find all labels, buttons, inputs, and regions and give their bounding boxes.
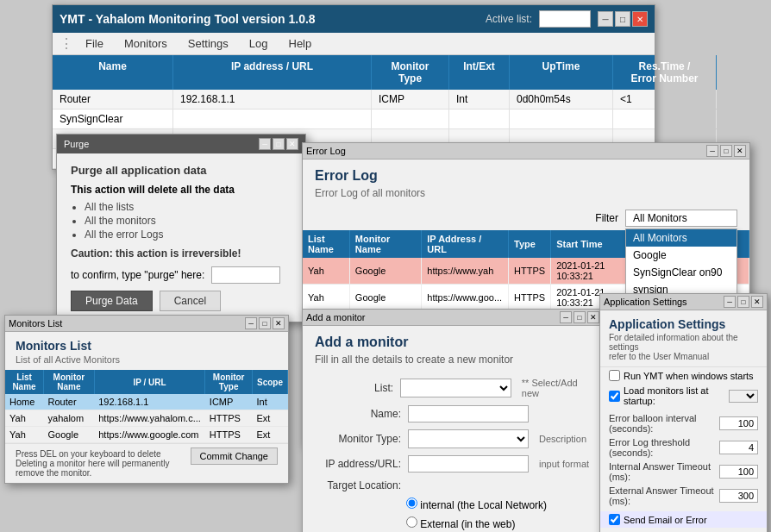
error-log-row: Error Log threshold (seconds): xyxy=(609,435,758,460)
app-title: YMT - Yahalom Monitoring Tool version 1.… xyxy=(60,12,316,26)
load-monitors-checkbox[interactable] xyxy=(609,391,620,402)
add-monitor-controls: ─ □ ✕ xyxy=(560,311,599,323)
app-settings-win-title: Application Settings xyxy=(604,297,687,307)
td-monitor: Google xyxy=(349,258,421,285)
filter-row: Filter All Monitors Google SynSignClear … xyxy=(303,206,749,230)
monitors-list-close[interactable]: ✕ xyxy=(273,317,285,329)
th-name: Name xyxy=(53,55,173,90)
th-monitor-type: MonitorType xyxy=(372,55,449,90)
td-list: Yah xyxy=(5,427,44,443)
th-uptime: UpTime xyxy=(510,55,613,90)
add-monitor-maximize[interactable]: □ xyxy=(574,311,586,323)
external-timeout-input[interactable] xyxy=(719,489,758,503)
purge-minimize[interactable]: ─ xyxy=(259,138,271,150)
add-monitor-minimize[interactable]: ─ xyxy=(560,311,572,323)
error-log-label: Error Log threshold (seconds): xyxy=(609,437,716,458)
list-item: All the error Logs xyxy=(85,228,291,241)
elog-th-list: List Name xyxy=(303,230,349,258)
internal-timeout-row: Internal Answer Timeout (ms): xyxy=(609,460,758,484)
close-button[interactable]: ✕ xyxy=(632,11,648,27)
purge-data-button[interactable]: Purge Data xyxy=(71,291,153,311)
form-label-ip: IP address/URL: xyxy=(315,458,401,470)
filter-select[interactable]: All Monitors Google SynSignClear on90 sy… xyxy=(625,210,737,227)
table-row: Home Router 192.168.1.1 ICMP Int xyxy=(5,394,288,410)
ip-input[interactable] xyxy=(408,455,529,473)
radio-external-label[interactable]: External (in the web) xyxy=(406,516,515,530)
td-name: Router xyxy=(44,394,95,410)
app-settings-maximize[interactable]: □ xyxy=(737,296,749,308)
td-list: Yah xyxy=(5,410,44,427)
th-int-ext: Int/Ext xyxy=(449,55,510,90)
add-monitor-close[interactable]: ✕ xyxy=(587,311,599,323)
td-restime: <1 xyxy=(613,90,717,109)
commit-change-button[interactable]: Commit Change xyxy=(191,448,278,465)
menu-settings[interactable]: Settings xyxy=(179,34,237,53)
app-settings-title-bar: Application Settings ─ □ ✕ xyxy=(600,294,767,310)
td-scope: Ext xyxy=(252,410,287,427)
error-log-maximize[interactable]: □ xyxy=(720,145,732,157)
error-log-input[interactable] xyxy=(719,441,758,454)
error-log-win-title: Error Log xyxy=(306,146,346,156)
active-list-label: Active list: xyxy=(486,13,532,25)
td-type: ICMP xyxy=(372,90,449,109)
purge-close[interactable]: ✕ xyxy=(286,138,298,150)
radio-external[interactable] xyxy=(406,516,417,528)
confirm-input[interactable] xyxy=(211,266,280,284)
filter-option-all[interactable]: All Monitors xyxy=(626,229,737,247)
td-type xyxy=(372,110,449,128)
maximize-button[interactable]: □ xyxy=(615,11,630,27)
confirm-label: to confirm, type "purge" here: xyxy=(71,269,204,281)
app-settings-close[interactable]: ✕ xyxy=(751,296,763,308)
filter-option-google[interactable]: Google xyxy=(626,247,737,264)
td-list: Home xyxy=(5,394,44,410)
ip-note: input format xyxy=(539,459,589,469)
active-list-dropdown[interactable]: Home ▼ xyxy=(539,10,591,28)
purge-maximize[interactable]: □ xyxy=(273,138,285,150)
td-ip xyxy=(173,110,372,128)
app-settings-subtitle: For detailed information about the setti… xyxy=(600,333,767,367)
app-settings-heading: Application Settings xyxy=(600,310,767,333)
td-scope: Int xyxy=(252,394,287,410)
td-uptime: 0d0h0m54s xyxy=(510,90,613,109)
menu-monitors[interactable]: Monitors xyxy=(116,34,176,53)
run-ymt-checkbox[interactable] xyxy=(609,370,620,381)
th-restime: Res.Time /Error Number xyxy=(613,55,717,90)
list-select[interactable] xyxy=(400,379,511,397)
list-item: All the monitors xyxy=(85,215,291,227)
error-log-minimize[interactable]: ─ xyxy=(706,145,718,157)
purge-dialog-title: Purge all application data xyxy=(71,164,291,177)
purge-title-bar: Purge ─ □ ✕ xyxy=(57,135,305,153)
menu-file[interactable]: File xyxy=(77,34,112,53)
app-settings-controls: ─ □ ✕ xyxy=(724,296,763,308)
mth-type: Monitor Type xyxy=(205,370,253,394)
monitors-list-maximize[interactable]: □ xyxy=(259,317,271,329)
monitors-list-controls: ─ □ ✕ xyxy=(245,317,285,329)
td-list: Yah xyxy=(303,285,349,311)
load-monitors-select[interactable] xyxy=(729,390,758,403)
type-select[interactable] xyxy=(408,429,529,448)
minimize-button[interactable]: ─ xyxy=(598,11,613,27)
filter-option-synsignclear[interactable]: SynSignClear on90 xyxy=(626,264,737,281)
run-ymt-label: Run YMT when windows starts xyxy=(624,371,754,381)
internal-timeout-input[interactable] xyxy=(719,465,758,479)
main-title-bar: YMT - Yahalom Monitoring Tool version 1.… xyxy=(53,5,655,33)
app-settings-minimize[interactable]: ─ xyxy=(724,296,736,308)
radio-internal[interactable] xyxy=(406,498,417,509)
email-settings-section: Error message threshold Sec. E-mail: xyxy=(600,528,767,532)
mth-monitor: Monitor Name xyxy=(44,370,95,394)
error-balloon-input[interactable] xyxy=(719,416,758,430)
cancel-button[interactable]: Cancel xyxy=(160,291,221,311)
td-ip: https://www.goo... xyxy=(422,285,509,311)
name-input[interactable] xyxy=(408,405,529,422)
menu-help[interactable]: Help xyxy=(280,34,321,53)
error-log-close[interactable]: ✕ xyxy=(734,145,746,157)
td-restime xyxy=(613,110,717,128)
radio-internal-label[interactable]: internal (the Local Network) xyxy=(406,498,547,511)
error-log-subtitle: Error Log of all monitors xyxy=(303,187,749,206)
form-label-name: Name: xyxy=(315,408,401,420)
td-type: ICMP xyxy=(205,394,253,410)
external-timeout-label: External Answer Timeout (ms): xyxy=(609,485,716,506)
menu-log[interactable]: Log xyxy=(241,34,277,53)
monitors-list-minimize[interactable]: ─ xyxy=(245,317,257,329)
send-email-checkbox[interactable] xyxy=(609,514,620,525)
